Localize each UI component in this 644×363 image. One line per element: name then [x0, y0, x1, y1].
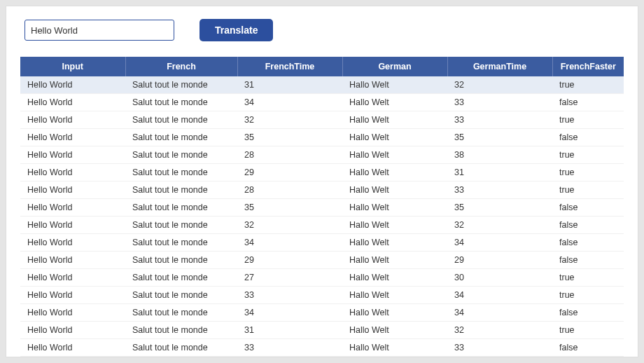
text-input[interactable]	[24, 20, 174, 41]
cell-french-time: 29	[237, 164, 342, 182]
cell-input: Hello World	[20, 304, 125, 322]
cell-input: Hello World	[20, 199, 125, 217]
cell-german-time: 32	[447, 217, 552, 234]
cell-french-time: 34	[237, 94, 342, 111]
cell-german: Hallo Welt	[342, 76, 447, 94]
cell-french: Salut tout le monde	[125, 129, 237, 146]
cell-french: Salut tout le monde	[125, 94, 237, 111]
cell-german: Hallo Welt	[342, 339, 447, 357]
cell-german: Hallo Welt	[342, 304, 447, 322]
cell-french-faster: true	[552, 146, 624, 164]
cell-french-time: 31	[237, 322, 342, 339]
cell-french: Salut tout le monde	[125, 287, 237, 304]
cell-input: Hello World	[20, 234, 125, 252]
table-row[interactable]: Hello WorldSalut tout le monde31Hallo We…	[20, 322, 624, 339]
cell-german-time: 38	[447, 146, 552, 164]
cell-french-time: 27	[237, 269, 342, 287]
cell-french-faster: false	[552, 304, 624, 322]
cell-german-time: 32	[447, 76, 552, 94]
cell-german: Hallo Welt	[342, 199, 447, 217]
cell-french-faster: true	[552, 164, 624, 182]
cell-german: Hallo Welt	[342, 287, 447, 304]
cell-german: Hallo Welt	[342, 146, 447, 164]
cell-french: Salut tout le monde	[125, 252, 237, 269]
translate-button[interactable]: Translate	[200, 19, 273, 41]
cell-french-faster: true	[552, 76, 624, 94]
table-row[interactable]: Hello WorldSalut tout le monde28Hallo We…	[20, 182, 624, 199]
cell-french-faster: true	[552, 111, 624, 129]
col-header-french-time[interactable]: FrenchTime	[237, 57, 342, 76]
cell-french: Salut tout le monde	[125, 339, 237, 357]
col-header-input[interactable]: Input	[20, 57, 125, 76]
cell-french-time: 35	[237, 199, 342, 217]
col-header-french[interactable]: French	[125, 57, 237, 76]
cell-french-time: 28	[237, 182, 342, 199]
cell-german: Hallo Welt	[342, 111, 447, 129]
cell-french: Salut tout le monde	[125, 234, 237, 252]
table-row[interactable]: Hello WorldSalut tout le monde28Hallo We…	[20, 146, 624, 164]
main-panel: Translate Input French FrenchTime German…	[6, 6, 638, 357]
cell-french-faster: true	[552, 269, 624, 287]
cell-german: Hallo Welt	[342, 269, 447, 287]
cell-french-time: 32	[237, 217, 342, 234]
table-row[interactable]: Hello WorldSalut tout le monde27Hallo We…	[20, 269, 624, 287]
cell-input: Hello World	[20, 94, 125, 111]
cell-input: Hello World	[20, 252, 125, 269]
cell-input: Hello World	[20, 76, 125, 94]
cell-input: Hello World	[20, 182, 125, 199]
table-row[interactable]: Hello WorldSalut tout le monde34Hallo We…	[20, 234, 624, 252]
col-header-french-faster[interactable]: FrenchFaster	[552, 57, 624, 76]
table-row[interactable]: Hello WorldSalut tout le monde34Hallo We…	[20, 94, 624, 111]
cell-french-faster: true	[552, 322, 624, 339]
cell-french-faster: true	[552, 287, 624, 304]
table-row[interactable]: Hello WorldSalut tout le monde35Hallo We…	[20, 199, 624, 217]
cell-german-time: 33	[447, 111, 552, 129]
cell-french: Salut tout le monde	[125, 199, 237, 217]
table-row[interactable]: Hello WorldSalut tout le monde33Hallo We…	[20, 339, 624, 357]
cell-french: Salut tout le monde	[125, 76, 237, 94]
cell-german-time: 35	[447, 199, 552, 217]
cell-german-time: 34	[447, 234, 552, 252]
cell-french-faster: false	[552, 234, 624, 252]
cell-input: Hello World	[20, 287, 125, 304]
table-row[interactable]: Hello WorldSalut tout le monde34Hallo We…	[20, 304, 624, 322]
cell-input: Hello World	[20, 129, 125, 146]
table-row[interactable]: Hello WorldSalut tout le monde33Hallo We…	[20, 287, 624, 304]
cell-french-faster: false	[552, 199, 624, 217]
cell-french: Salut tout le monde	[125, 304, 237, 322]
cell-german-time: 34	[447, 287, 552, 304]
cell-french-time: 34	[237, 234, 342, 252]
cell-input: Hello World	[20, 217, 125, 234]
table-row[interactable]: Hello WorldSalut tout le monde32Hallo We…	[20, 111, 624, 129]
cell-french: Salut tout le monde	[125, 164, 237, 182]
cell-french-faster: false	[552, 129, 624, 146]
cell-french-time: 32	[237, 111, 342, 129]
cell-french-faster: false	[552, 339, 624, 357]
cell-french-faster: false	[552, 94, 624, 111]
table-row[interactable]: Hello WorldSalut tout le monde29Hallo We…	[20, 252, 624, 269]
cell-german: Hallo Welt	[342, 129, 447, 146]
cell-french: Salut tout le monde	[125, 269, 237, 287]
cell-french-time: 33	[237, 339, 342, 357]
cell-input: Hello World	[20, 269, 125, 287]
cell-french-time: 29	[237, 252, 342, 269]
col-header-german[interactable]: German	[342, 57, 447, 76]
cell-german-time: 30	[447, 269, 552, 287]
cell-french-time: 33	[237, 287, 342, 304]
table-row[interactable]: Hello WorldSalut tout le monde35Hallo We…	[20, 129, 624, 146]
cell-french: Salut tout le monde	[125, 182, 237, 199]
cell-german: Hallo Welt	[342, 217, 447, 234]
cell-german-time: 33	[447, 182, 552, 199]
table-row[interactable]: Hello WorldSalut tout le monde31Hallo We…	[20, 76, 624, 94]
table-row[interactable]: Hello WorldSalut tout le monde32Hallo We…	[20, 217, 624, 234]
cell-french: Salut tout le monde	[125, 111, 237, 129]
cell-german: Hallo Welt	[342, 164, 447, 182]
cell-french-time: 28	[237, 146, 342, 164]
cell-input: Hello World	[20, 111, 125, 129]
cell-input: Hello World	[20, 322, 125, 339]
cell-input: Hello World	[20, 164, 125, 182]
table-row[interactable]: Hello WorldSalut tout le monde29Hallo We…	[20, 164, 624, 182]
col-header-german-time[interactable]: GermanTime	[447, 57, 552, 76]
cell-french-faster: false	[552, 217, 624, 234]
cell-french: Salut tout le monde	[125, 146, 237, 164]
